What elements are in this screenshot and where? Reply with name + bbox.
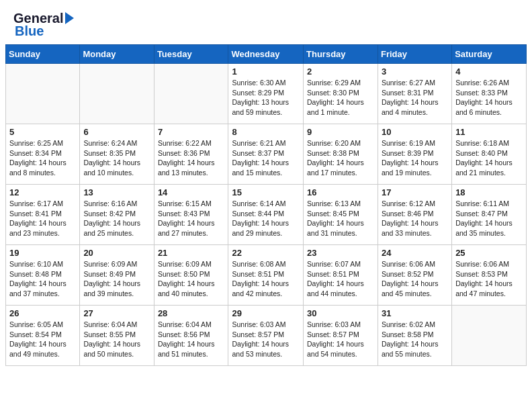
day-cell: 3Sunrise: 6:27 AMSunset: 8:31 PMDaylight… — [378, 64, 451, 124]
day-cell: 2Sunrise: 6:29 AMSunset: 8:30 PMDaylight… — [304, 64, 378, 124]
day-info: Sunrise: 6:15 AMSunset: 8:43 PMDaylight:… — [158, 199, 225, 238]
day-number: 28 — [158, 308, 225, 318]
week-row-1: 1Sunrise: 6:30 AMSunset: 8:29 PMDaylight… — [6, 64, 527, 124]
day-info: Sunrise: 6:26 AMSunset: 8:33 PMDaylight:… — [455, 78, 523, 118]
day-number: 11 — [455, 127, 523, 137]
day-cell: 7Sunrise: 6:22 AMSunset: 8:36 PMDaylight… — [154, 124, 228, 185]
week-row-3: 12Sunrise: 6:17 AMSunset: 8:41 PMDayligh… — [6, 185, 527, 245]
day-info: Sunrise: 6:11 AMSunset: 8:47 PMDaylight:… — [455, 199, 523, 238]
day-info: Sunrise: 6:13 AMSunset: 8:45 PMDaylight:… — [307, 199, 374, 238]
logo: General Blue — [13, 11, 74, 39]
day-cell: 14Sunrise: 6:15 AMSunset: 8:43 PMDayligh… — [154, 185, 228, 245]
weekday-header-row: SundayMondayTuesdayWednesdayThursdayFrid… — [6, 45, 527, 64]
day-number: 21 — [158, 248, 225, 258]
day-info: Sunrise: 6:05 AMSunset: 8:54 PMDaylight:… — [9, 320, 76, 359]
day-cell: 1Sunrise: 6:30 AMSunset: 8:29 PMDaylight… — [228, 64, 304, 124]
day-number: 2 — [307, 66, 374, 77]
day-cell: 16Sunrise: 6:13 AMSunset: 8:45 PMDayligh… — [304, 185, 378, 245]
day-cell — [154, 64, 228, 124]
day-info: Sunrise: 6:09 AMSunset: 8:50 PMDaylight:… — [158, 259, 225, 299]
day-info: Sunrise: 6:04 AMSunset: 8:56 PMDaylight:… — [158, 320, 225, 359]
day-number: 25 — [455, 248, 523, 258]
day-info: Sunrise: 6:21 AMSunset: 8:37 PMDaylight:… — [232, 138, 300, 178]
day-number: 31 — [382, 308, 448, 318]
day-info: Sunrise: 6:10 AMSunset: 8:48 PMDaylight:… — [9, 259, 76, 299]
day-info: Sunrise: 6:06 AMSunset: 8:53 PMDaylight:… — [455, 259, 523, 299]
day-cell: 23Sunrise: 6:07 AMSunset: 8:51 PMDayligh… — [304, 245, 378, 306]
day-number: 20 — [83, 248, 150, 258]
day-info: Sunrise: 6:24 AMSunset: 8:35 PMDaylight:… — [83, 138, 150, 178]
day-number: 12 — [9, 187, 76, 197]
logo-blue-text: Blue — [15, 24, 44, 39]
day-cell — [452, 306, 527, 366]
week-row-4: 19Sunrise: 6:10 AMSunset: 8:48 PMDayligh… — [6, 245, 527, 306]
day-number: 22 — [232, 248, 300, 258]
day-number: 24 — [382, 248, 448, 258]
day-cell: 31Sunrise: 6:02 AMSunset: 8:58 PMDayligh… — [378, 306, 451, 366]
day-info: Sunrise: 6:16 AMSunset: 8:42 PMDaylight:… — [83, 199, 150, 238]
day-number: 14 — [158, 187, 225, 197]
day-cell: 12Sunrise: 6:17 AMSunset: 8:41 PMDayligh… — [6, 185, 80, 245]
weekday-header-tuesday: Tuesday — [154, 45, 228, 64]
day-number: 6 — [83, 127, 150, 137]
weekday-header-monday: Monday — [80, 45, 154, 64]
day-info: Sunrise: 6:03 AMSunset: 8:57 PMDaylight:… — [232, 320, 300, 359]
day-cell: 30Sunrise: 6:03 AMSunset: 8:57 PMDayligh… — [304, 306, 378, 366]
day-info: Sunrise: 6:03 AMSunset: 8:57 PMDaylight:… — [307, 320, 374, 359]
day-number: 23 — [307, 248, 374, 258]
day-number: 10 — [382, 127, 448, 137]
weekday-header-thursday: Thursday — [304, 45, 378, 64]
day-number: 4 — [455, 66, 523, 77]
day-number: 1 — [232, 66, 300, 77]
day-cell: 21Sunrise: 6:09 AMSunset: 8:50 PMDayligh… — [154, 245, 228, 306]
day-number: 30 — [307, 308, 374, 318]
day-number: 17 — [382, 187, 448, 197]
day-cell: 11Sunrise: 6:18 AMSunset: 8:40 PMDayligh… — [452, 124, 527, 185]
day-info: Sunrise: 6:02 AMSunset: 8:58 PMDaylight:… — [382, 320, 448, 359]
day-info: Sunrise: 6:17 AMSunset: 8:41 PMDaylight:… — [9, 199, 76, 238]
day-cell — [6, 64, 80, 124]
day-cell: 25Sunrise: 6:06 AMSunset: 8:53 PMDayligh… — [452, 245, 527, 306]
day-number: 13 — [83, 187, 150, 197]
day-cell: 8Sunrise: 6:21 AMSunset: 8:37 PMDaylight… — [228, 124, 304, 185]
day-cell: 17Sunrise: 6:12 AMSunset: 8:46 PMDayligh… — [378, 185, 451, 245]
day-info: Sunrise: 6:18 AMSunset: 8:40 PMDaylight:… — [455, 138, 523, 178]
day-info: Sunrise: 6:27 AMSunset: 8:31 PMDaylight:… — [382, 78, 448, 118]
day-cell: 29Sunrise: 6:03 AMSunset: 8:57 PMDayligh… — [228, 306, 304, 366]
day-info: Sunrise: 6:22 AMSunset: 8:36 PMDaylight:… — [158, 138, 225, 178]
day-number: 5 — [9, 127, 76, 137]
day-number: 19 — [9, 248, 76, 258]
week-row-2: 5Sunrise: 6:25 AMSunset: 8:34 PMDaylight… — [6, 124, 527, 185]
day-cell: 26Sunrise: 6:05 AMSunset: 8:54 PMDayligh… — [6, 306, 80, 366]
logo-arrow-icon — [65, 12, 74, 24]
day-number: 3 — [382, 66, 448, 77]
day-cell: 22Sunrise: 6:08 AMSunset: 8:51 PMDayligh… — [228, 245, 304, 306]
day-cell: 19Sunrise: 6:10 AMSunset: 8:48 PMDayligh… — [6, 245, 80, 306]
day-number: 7 — [158, 127, 225, 137]
day-number: 9 — [307, 127, 374, 137]
weekday-header-sunday: Sunday — [6, 45, 80, 64]
day-info: Sunrise: 6:29 AMSunset: 8:30 PMDaylight:… — [307, 78, 374, 118]
day-number: 18 — [455, 187, 523, 197]
day-info: Sunrise: 6:20 AMSunset: 8:38 PMDaylight:… — [307, 138, 374, 178]
day-number: 8 — [232, 127, 300, 137]
day-cell: 6Sunrise: 6:24 AMSunset: 8:35 PMDaylight… — [80, 124, 154, 185]
day-info: Sunrise: 6:25 AMSunset: 8:34 PMDaylight:… — [9, 138, 76, 178]
day-cell: 20Sunrise: 6:09 AMSunset: 8:49 PMDayligh… — [80, 245, 154, 306]
day-cell: 13Sunrise: 6:16 AMSunset: 8:42 PMDayligh… — [80, 185, 154, 245]
day-cell: 18Sunrise: 6:11 AMSunset: 8:47 PMDayligh… — [452, 185, 527, 245]
day-info: Sunrise: 6:07 AMSunset: 8:51 PMDaylight:… — [307, 259, 374, 299]
day-info: Sunrise: 6:12 AMSunset: 8:46 PMDaylight:… — [382, 199, 448, 238]
day-number: 29 — [232, 308, 300, 318]
day-cell: 9Sunrise: 6:20 AMSunset: 8:38 PMDaylight… — [304, 124, 378, 185]
calendar-table: SundayMondayTuesdayWednesdayThursdayFrid… — [5, 44, 527, 366]
day-info: Sunrise: 6:09 AMSunset: 8:49 PMDaylight:… — [83, 259, 150, 299]
day-cell: 5Sunrise: 6:25 AMSunset: 8:34 PMDaylight… — [6, 124, 80, 185]
day-number: 16 — [307, 187, 374, 197]
day-cell: 28Sunrise: 6:04 AMSunset: 8:56 PMDayligh… — [154, 306, 228, 366]
day-number: 15 — [232, 187, 300, 197]
day-cell: 24Sunrise: 6:06 AMSunset: 8:52 PMDayligh… — [378, 245, 451, 306]
day-cell — [80, 64, 154, 124]
day-cell: 10Sunrise: 6:19 AMSunset: 8:39 PMDayligh… — [378, 124, 451, 185]
day-info: Sunrise: 6:30 AMSunset: 8:29 PMDaylight:… — [232, 78, 300, 118]
